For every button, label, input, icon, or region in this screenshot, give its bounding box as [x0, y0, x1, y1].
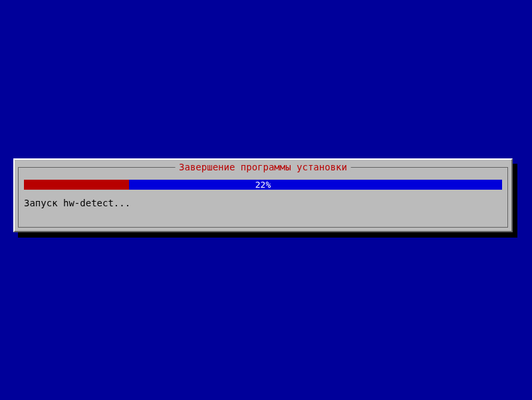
dialog-title: Завершение программы установки [175, 162, 351, 172]
progress-dialog: Завершение программы установки 22% Запус… [13, 158, 513, 232]
progress-bar: 22% [24, 180, 502, 190]
status-message: Запуск hw-detect... [24, 198, 130, 208]
progress-percent-label: 22% [24, 180, 502, 190]
